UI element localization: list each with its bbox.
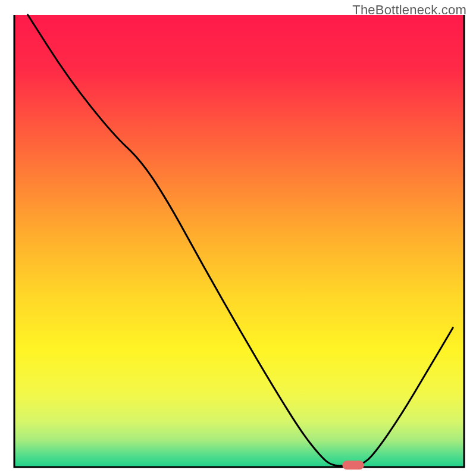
chart-svg: [0, 0, 476, 476]
gradient-background: [14, 15, 464, 467]
bottleneck-chart: TheBottleneck.com: [0, 0, 476, 476]
optimal-marker: [342, 461, 364, 469]
watermark-label: TheBottleneck.com: [352, 2, 466, 18]
